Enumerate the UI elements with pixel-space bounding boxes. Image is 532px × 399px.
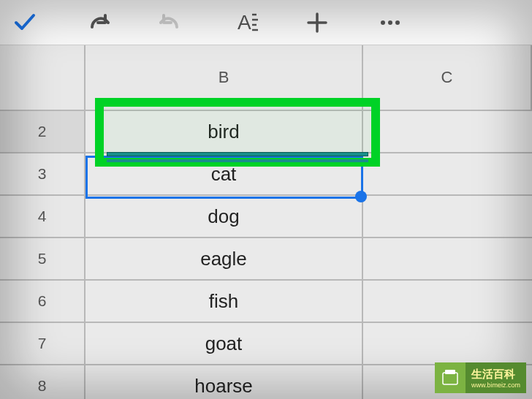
row-header[interactable]: 8	[0, 365, 86, 399]
cell[interactable]: eagle	[86, 238, 363, 279]
cell[interactable]	[363, 281, 532, 322]
row-header[interactable]: 7	[0, 323, 86, 364]
row-header[interactable]: 3	[0, 153, 86, 194]
cell[interactable]: cat	[86, 153, 363, 194]
table-row: 4dog	[0, 196, 532, 238]
watermark-icon	[435, 362, 466, 393]
cell[interactable]: goat	[86, 323, 363, 364]
table-row: 3cat	[0, 153, 532, 196]
table-row: 6fish	[0, 281, 532, 323]
table-row: 5eagle	[0, 238, 532, 281]
row-header[interactable]: 6	[0, 281, 86, 322]
watermark-url: www.bimeiz.com	[471, 381, 520, 389]
cell[interactable]	[363, 153, 532, 194]
svg-point-6	[388, 20, 392, 25]
svg-text:A: A	[238, 11, 251, 34]
svg-rect-8	[443, 373, 457, 384]
row-header[interactable]: 4	[0, 196, 86, 237]
cell[interactable]	[363, 323, 532, 364]
cell[interactable]: fish	[86, 281, 363, 322]
row-header[interactable]: 2	[0, 111, 86, 152]
column-header-c[interactable]: C	[363, 45, 532, 110]
table-row: 7goat	[0, 323, 532, 365]
column-headers: B C	[0, 45, 532, 111]
font-format-button[interactable]: A	[227, 5, 262, 40]
cell[interactable]: dog	[86, 196, 363, 237]
column-header-b[interactable]: B	[86, 45, 363, 110]
svg-point-5	[381, 20, 385, 25]
svg-rect-9	[445, 370, 455, 374]
watermark: 生活百科 www.bimeiz.com	[435, 362, 526, 393]
undo-button[interactable]	[80, 5, 115, 40]
cell[interactable]: hoarse	[86, 365, 363, 399]
column-label-b: B	[218, 68, 229, 87]
confirm-button[interactable]	[7, 5, 42, 40]
more-button[interactable]	[373, 5, 408, 40]
row-header[interactable]: 5	[0, 238, 86, 279]
svg-point-7	[395, 20, 400, 25]
column-label-c: C	[441, 68, 453, 87]
column-header-a[interactable]	[0, 45, 86, 110]
cell[interactable]	[363, 238, 532, 279]
spreadsheet-grid[interactable]: B C 2bird3cat4dog5eagle6fish7goat8hoarse	[0, 45, 532, 399]
add-button[interactable]	[300, 5, 335, 40]
cell[interactable]	[363, 111, 532, 152]
redo-button[interactable]	[153, 5, 189, 40]
cell[interactable]: bird	[86, 111, 363, 152]
watermark-title: 生活百科	[471, 368, 520, 381]
toolbar: A	[0, 0, 532, 45]
cell[interactable]	[363, 196, 532, 237]
table-row: 2bird	[0, 111, 532, 153]
